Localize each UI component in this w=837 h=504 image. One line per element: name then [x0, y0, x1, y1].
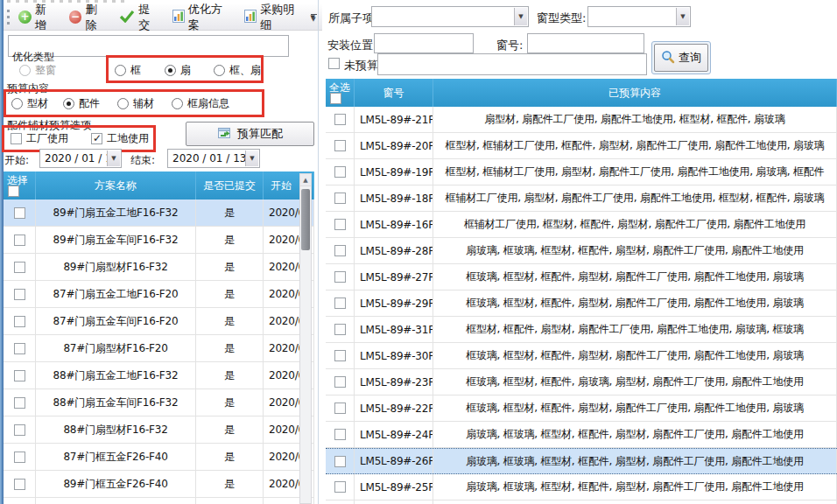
row-checkbox[interactable] — [334, 324, 346, 335]
row-checkbox[interactable] — [14, 207, 25, 219]
optimize-plan-button[interactable]: 优化方案 — [168, 0, 237, 35]
row-checkbox[interactable] — [334, 298, 346, 309]
checkbox-factory-use[interactable]: 工厂使用 — [11, 131, 68, 146]
table-row[interactable]: LM5L-89#-29F27框玻璃, 框型材, 框配件, 扇型材, 扇配件工厂使… — [326, 290, 837, 317]
table-row[interactable]: 88#门扇五金工地F16-F32是2020/0 — [4, 362, 314, 389]
start-date-picker[interactable]: 2020 / 01 / 1 — [39, 149, 122, 168]
radio-icon[interactable] — [63, 98, 74, 109]
row-checkbox[interactable] — [14, 289, 25, 300]
radio-frame[interactable]: 框 — [115, 63, 141, 78]
radio-icon[interactable] — [165, 65, 176, 76]
chevron-down-icon[interactable] — [514, 8, 527, 25]
table-row[interactable]: 89#门框五金F26-F40是2020/0 — [4, 471, 314, 498]
table-row[interactable]: 89#门扇五金车间F16-F32是2020/0 — [4, 227, 314, 254]
not-budgeted-checkbox[interactable] — [328, 58, 340, 69]
table-row[interactable]: 87#门扇五金车间F16-F20是2020/0 — [4, 308, 314, 335]
row-checkbox[interactable] — [334, 481, 346, 493]
table-row[interactable]: 87#门框五金F26-F40是2020/0 — [4, 444, 314, 471]
row-checkbox[interactable] — [14, 262, 25, 273]
budgeted-content-header[interactable]: 已预算内容 — [433, 79, 837, 107]
window-no-header[interactable]: 窗号 — [355, 79, 433, 107]
radio-icon[interactable] — [11, 98, 23, 109]
row-checkbox[interactable] — [14, 479, 25, 490]
row-checkbox[interactable] — [334, 192, 346, 204]
radio-icon[interactable] — [172, 98, 183, 109]
table-row[interactable]: LM5L-89#-30F28框玻璃, 框型材, 框配件, 扇型材, 扇配件工厂使… — [326, 343, 837, 369]
row-checkbox[interactable] — [14, 370, 25, 382]
checkbox-site-use[interactable]: 工地使用 — [91, 131, 149, 146]
query-button[interactable]: 查询 — [651, 41, 711, 74]
plan-submitted-header[interactable]: 是否已提交 — [196, 172, 264, 200]
chevron-down-icon[interactable] — [245, 150, 258, 166]
row-checkbox[interactable] — [14, 397, 25, 409]
row-checkbox[interactable] — [14, 234, 25, 246]
table-row[interactable]: LM5L-89#-23F21框玻璃, 框型材, 框配件, 扇玻璃, 扇型材, 扇… — [326, 369, 837, 396]
checkbox-icon[interactable] — [11, 133, 22, 144]
scroll-up-icon[interactable] — [300, 174, 311, 186]
radio-frame-sash[interactable]: 框、扇 — [214, 63, 261, 78]
table-row[interactable]: LM5L-89#-16F15框辅材工厂使用, 框型材, 框配件, 扇型材, 扇配… — [326, 212, 837, 238]
row-checkbox[interactable] — [334, 166, 346, 178]
radio-auxiliary[interactable]: 辅材 — [117, 96, 154, 111]
row-checkbox[interactable] — [334, 402, 346, 414]
table-row[interactable]: LM5L-89#-19F17框型材, 框辅材工厂使用, 扇型材, 扇配件工厂使用… — [326, 159, 837, 186]
not-budgeted-input[interactable] — [377, 53, 647, 75]
table-row[interactable]: LM5L-89#-25F23扇玻璃, 框玻璃, 框型材, 框配件, 扇型材, 扇… — [326, 474, 837, 500]
row-checkbox[interactable] — [334, 245, 346, 256]
row-checkbox[interactable] — [334, 219, 346, 230]
row-checkbox[interactable] — [14, 316, 25, 327]
select-all-checkbox[interactable] — [330, 93, 341, 104]
table-row[interactable]: 88#门扇型材F16-F32是2020/0 — [4, 416, 314, 444]
install-pos-input[interactable] — [374, 33, 474, 53]
toolbar-grip[interactable] — [7, 10, 10, 24]
radio-icon[interactable] — [19, 65, 31, 76]
row-checkbox[interactable] — [14, 424, 25, 436]
table-row[interactable]: LM5L-89#-24F22扇玻璃, 框玻璃, 框型材, 框配件, 扇型材, 扇… — [326, 422, 837, 448]
row-checkbox[interactable] — [14, 343, 25, 354]
plan-table-scrollbar[interactable] — [299, 173, 312, 504]
table-row[interactable]: 88#门扇五金车间F16-F32是2020/0 — [4, 389, 314, 416]
radio-profile[interactable]: 型材 — [11, 96, 48, 111]
chevron-down-icon[interactable] — [107, 150, 120, 166]
row-checkbox[interactable] — [14, 452, 25, 463]
radio-icon[interactable] — [117, 98, 129, 109]
radio-frame-sash-info[interactable]: 框扇信息 — [172, 96, 229, 111]
scrollbar-thumb[interactable] — [301, 189, 310, 250]
table-row[interactable]: LM5L-89#-20F18框型材, 框辅材工厂使用, 框配件, 扇型材, 扇配… — [326, 133, 837, 159]
table-row[interactable]: LM5L-89#-18F16框辅材工厂使用, 扇型材, 扇配件工厂使用, 扇配件… — [326, 186, 837, 212]
end-date-picker[interactable]: 2020 / 01 / 13 — [167, 149, 260, 168]
checkbox-icon[interactable] — [91, 133, 102, 144]
table-row[interactable]: LM5L-89#-21F19扇型材, 扇配件工厂使用, 扇配件工地使用, 框型材… — [326, 107, 837, 133]
table-row[interactable]: 89#门扇型材F16-F32是2020/0 — [4, 254, 314, 281]
window-no-input[interactable] — [527, 33, 644, 53]
radio-accessory[interactable]: 配件 — [63, 96, 100, 111]
table-row[interactable]: LM5L-89#-31F29框型材, 框配件, 扇型材, 扇配件工厂使用, 扇配… — [326, 317, 837, 343]
window-type-select[interactable] — [587, 6, 691, 27]
radio-icon[interactable] — [214, 65, 225, 76]
row-checkbox[interactable] — [334, 114, 346, 125]
panel-splitter[interactable] — [318, 0, 319, 504]
budget-match-button[interactable]: 预算匹配 — [186, 122, 314, 146]
delete-button[interactable]: 删除 — [65, 0, 113, 35]
row-checkbox[interactable] — [334, 350, 346, 361]
chevron-down-icon[interactable] — [676, 8, 689, 25]
sub-item-select[interactable] — [371, 6, 529, 27]
row-checkbox[interactable] — [334, 429, 346, 440]
table-row[interactable]: 89#门扇五金工地F16-F32是2020/0 — [4, 200, 314, 227]
table-row[interactable]: LM5L-89#-22F20框玻璃, 框型材, 框配件, 扇型材, 扇配件工厂使… — [326, 396, 837, 422]
row-checkbox[interactable] — [334, 140, 346, 151]
select-all-checkbox[interactable] — [8, 186, 19, 197]
row-checkbox[interactable] — [334, 271, 346, 283]
table-row[interactable]: 87#门扇型材F16-F20是2020/0 — [4, 335, 314, 362]
table-row[interactable]: LM5L-89#-28F26扇玻璃, 框玻璃, 框型材, 框配件, 扇型材, 扇… — [326, 238, 837, 264]
table-row[interactable]: 87#门扇五金工地F16-F20是2020/0 — [4, 281, 314, 308]
radio-icon[interactable] — [115, 65, 126, 76]
row-checkbox[interactable] — [334, 456, 346, 467]
add-button[interactable]: 新增 — [14, 0, 62, 35]
plan-name-header[interactable]: 方案名称 — [36, 172, 196, 200]
radio-sash[interactable]: 扇 — [165, 63, 191, 78]
table-row[interactable]: LM5L-89#-26F24扇玻璃, 框玻璃, 框型材, 框配件, 扇型材, 扇… — [326, 448, 837, 474]
row-checkbox[interactable] — [334, 376, 346, 388]
radio-whole-window[interactable]: 整窗 — [19, 63, 56, 78]
submit-button[interactable]: 提交 — [115, 0, 165, 35]
